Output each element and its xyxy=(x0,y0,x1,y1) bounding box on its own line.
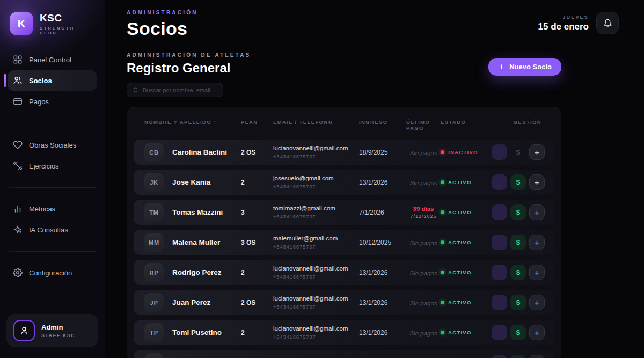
app-root: K KSC STRENGTH CLUB Panel Control Socios… xyxy=(0,0,644,358)
member-payment-button[interactable]: $ xyxy=(510,265,526,280)
member-add-button[interactable]: + xyxy=(529,265,545,280)
member-add-button[interactable]: + xyxy=(529,325,545,340)
members-table: NOMBRE Y APELLIDO ↑ PLAN EMAIL / TELÉFON… xyxy=(127,107,561,358)
date-weekday: JUEVES xyxy=(538,14,589,20)
member-file-button[interactable] xyxy=(492,355,507,358)
table-row[interactable]: RP Rodrigo Perez 2 lucianovannelli@gmail… xyxy=(134,260,554,285)
user-card[interactable]: Admin STAFF KSC xyxy=(6,314,98,347)
brand-text: KSC STRENGTH CLUB xyxy=(40,12,95,35)
sidebar-item-obras-sociales[interactable]: Obras Sociales xyxy=(8,135,97,155)
table-row[interactable]: CB Carolina Baclini 2 OS lucianovannelli… xyxy=(134,140,554,165)
sidebar-nav-analytics: Métricas IA Consultas xyxy=(0,199,105,240)
sidebar-item-label: Panel Control xyxy=(29,56,71,64)
member-file-button[interactable] xyxy=(492,295,507,310)
member-payment-button[interactable]: $ xyxy=(510,355,526,358)
table-row[interactable]: TU Test User 4 — 13/1/2026 Sin pagos ACT… xyxy=(134,350,554,358)
member-file-button[interactable] xyxy=(492,204,507,220)
status-badge: ACTIVO xyxy=(448,179,472,185)
column-header-nombre[interactable]: NOMBRE Y APELLIDO ↑ xyxy=(144,119,241,131)
toolbar-title: Registro General xyxy=(127,61,251,76)
member-ingreso: 13/1/2026 xyxy=(359,329,406,337)
table-row[interactable]: MM Malena Muller 3 OS malemuller@gmail.c… xyxy=(134,230,554,255)
search-box[interactable] xyxy=(127,83,223,97)
member-payment-button[interactable]: $ xyxy=(510,204,526,220)
table-header-row: NOMBRE Y APELLIDO ↑ PLAN EMAIL / TELÉFON… xyxy=(134,107,554,140)
member-payment-button[interactable]: $ xyxy=(510,174,526,190)
member-payment-button[interactable]: $ xyxy=(510,295,526,310)
member-actions: $ + xyxy=(492,235,545,250)
member-add-button[interactable]: + xyxy=(529,144,545,160)
member-ingreso: 18/9/2025 xyxy=(359,149,406,156)
member-name: Jose Kania xyxy=(172,178,241,186)
sidebar-item-ia-consultas[interactable]: IA Consultas xyxy=(8,220,97,240)
sidebar: K KSC STRENGTH CLUB Panel Control Socios… xyxy=(0,0,105,358)
member-file-button[interactable] xyxy=(492,144,507,160)
member-avatar: RP xyxy=(144,263,164,282)
member-estado: ACTIVO xyxy=(441,269,492,275)
search-input[interactable] xyxy=(143,87,217,93)
member-phone: +543416675737 xyxy=(273,334,359,340)
user-name: Admin xyxy=(41,323,75,331)
member-payment-button[interactable]: $ xyxy=(510,325,526,340)
member-add-button[interactable]: + xyxy=(529,355,545,358)
member-file-button[interactable] xyxy=(492,235,507,250)
sidebar-item-ejercicios[interactable]: Ejercicios xyxy=(8,156,97,176)
status-badge: ACTIVO xyxy=(448,239,472,245)
plus-icon xyxy=(498,63,505,70)
member-name: Carolina Baclini xyxy=(172,148,241,156)
member-file-button[interactable] xyxy=(492,174,507,190)
sidebar-item-panel-control[interactable]: Panel Control xyxy=(8,49,97,70)
table-row[interactable]: TP Tomi Pusetino 2 lucianovannelli@gmail… xyxy=(134,320,554,345)
date-value: 15 de enero xyxy=(538,21,589,32)
member-email: tomimazzi@gmail.com xyxy=(273,205,359,212)
member-plan: 2 OS xyxy=(241,149,273,156)
member-actions: $ + xyxy=(492,295,545,310)
sidebar-item-label: Ejercicios xyxy=(29,162,59,170)
column-header-email: EMAIL / TELÉFONO xyxy=(273,119,359,131)
column-header-ingreso: INGRESO xyxy=(359,119,406,131)
member-add-button[interactable]: + xyxy=(529,295,545,310)
card-icon xyxy=(13,97,23,106)
main-area: ADMINISTRACIÓN Socios JUEVES 15 de enero… xyxy=(105,0,644,358)
member-file-button[interactable] xyxy=(492,265,507,280)
no-payments-label: Sin pagos xyxy=(409,330,437,337)
sidebar-item-label: Pagos xyxy=(29,98,49,106)
member-phone: +543416675737 xyxy=(273,184,359,189)
member-actions: $ + xyxy=(492,355,545,358)
table-row[interactable]: TM Tomas Mazzini 3 tomimazzi@gmail.com +… xyxy=(134,200,554,225)
member-avatar: JK xyxy=(144,173,164,192)
member-payment-button[interactable]: $ xyxy=(510,144,526,160)
member-avatar: JP xyxy=(144,293,164,312)
member-estado: ACTIVO xyxy=(441,330,492,335)
no-payments-label: Sin pagos xyxy=(409,300,437,306)
column-header-gestion: GESTIÓN xyxy=(492,119,541,131)
member-actions: $ + xyxy=(492,174,545,190)
table-row[interactable]: JP Juan Perez 2 OS lucianovannelli@gmail… xyxy=(134,290,554,315)
sparkles-icon xyxy=(13,225,23,235)
table-row[interactable]: JK Jose Kania 2 josesuelo@gmail.com +543… xyxy=(134,170,554,195)
member-add-button[interactable]: + xyxy=(529,204,545,220)
member-add-button[interactable]: + xyxy=(529,174,545,190)
sidebar-item-socios[interactable]: Socios xyxy=(8,70,97,91)
member-file-button[interactable] xyxy=(492,325,507,340)
member-ultimo-pago: Sin pagos xyxy=(406,298,441,308)
member-actions: $ + xyxy=(492,204,545,220)
member-ultimo-pago: Sin pagos xyxy=(406,178,441,187)
file-text-icon xyxy=(496,329,503,337)
member-email: lucianovannelli@gmail.com xyxy=(273,325,359,332)
member-avatar: TP xyxy=(144,323,164,342)
member-actions: $ + xyxy=(492,144,545,160)
member-payment-button[interactable]: $ xyxy=(510,235,526,250)
user-icon xyxy=(19,326,29,335)
sidebar-item-pagos[interactable]: Pagos xyxy=(8,91,97,112)
member-plan: 2 OS xyxy=(241,299,273,306)
member-add-button[interactable]: + xyxy=(529,235,545,250)
member-phone: +543416675737 xyxy=(273,154,359,159)
column-header-ultimo-pago: ÚLTIMO PAGO xyxy=(406,119,441,131)
new-member-button[interactable]: Nuevo Socio xyxy=(488,58,561,76)
notifications-button[interactable] xyxy=(596,12,619,34)
member-ultimo-pago: Sin pagos xyxy=(406,268,441,277)
member-estado: INACTIVO xyxy=(441,149,492,155)
sidebar-item-m-tricas[interactable]: Métricas xyxy=(8,199,97,219)
sidebar-item-configuraci-n[interactable]: Configuración xyxy=(8,262,97,283)
